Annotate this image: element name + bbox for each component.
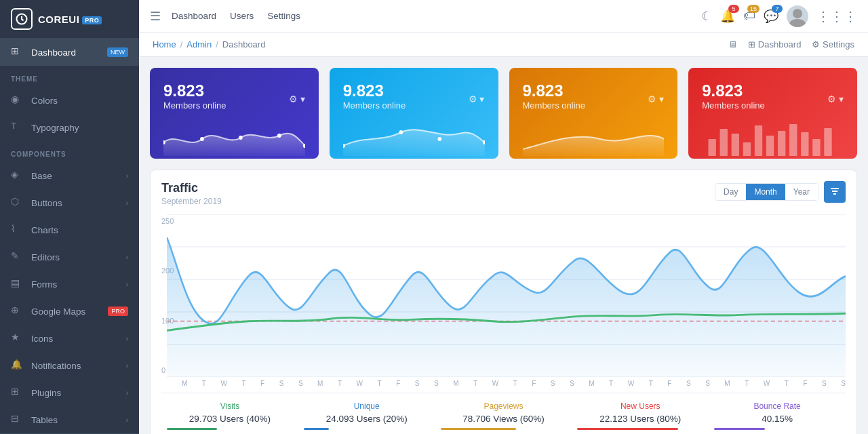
editors-chevron: ›: [126, 254, 128, 261]
stat-card-4-gear[interactable]: ⚙ ▾: [827, 94, 844, 104]
icons-chevron: ›: [126, 335, 128, 342]
svg-point-4: [200, 137, 204, 141]
sidebar-base-label: Base: [31, 171, 52, 181]
header-actions: ☾ 🔔 5 🏷 15 💬 7 ⋮⋮⋮: [701, 5, 857, 27]
monitor-icon: 🖥: [728, 39, 737, 50]
x-label: M: [589, 380, 594, 387]
user-avatar[interactable]: [787, 5, 808, 27]
notifications-chevron: ›: [126, 362, 128, 370]
sidebar-item-notifications[interactable]: 🔔 Notifications ›: [0, 352, 139, 379]
visits-bar: [167, 428, 217, 430]
period-day-button[interactable]: Day: [715, 184, 746, 200]
x-label: W: [357, 380, 363, 387]
buttons-chevron: ›: [126, 199, 128, 207]
sidebar-notifications-label: Notifications: [31, 361, 81, 371]
period-year-button[interactable]: Year: [785, 184, 818, 200]
sidebar-item-base[interactable]: ◈ Base ›: [0, 162, 139, 189]
x-label: W: [764, 380, 770, 387]
header-nav-settings[interactable]: Settings: [267, 8, 300, 24]
svg-point-6: [277, 134, 281, 138]
svg-rect-21: [812, 139, 820, 156]
x-label: W: [220, 380, 226, 387]
x-label: M: [182, 380, 187, 387]
apps-grid-button[interactable]: ⋮⋮⋮: [816, 8, 857, 24]
x-axis-labels: M T W T F S S M T W T F S S M T W T F S: [182, 380, 846, 387]
stat-newusers: New Users 22.123 Users (80%): [572, 401, 709, 430]
stats-bar: Visits 29.703 Users (40%) Unique 24.093 …: [161, 393, 846, 430]
unique-value: 24.093 Users (20%): [304, 414, 430, 424]
stat-card-2-label: Members online: [343, 100, 406, 111]
svg-rect-19: [789, 124, 797, 156]
table-icon: ⊟: [11, 413, 24, 427]
traffic-header: Traffic September 2019 Day Month Year: [161, 181, 846, 206]
period-month-button[interactable]: Month: [746, 184, 785, 200]
x-label: S: [570, 380, 574, 387]
stat-card-2-gear[interactable]: ⚙ ▾: [469, 94, 485, 104]
moon-button[interactable]: ☾: [701, 9, 712, 24]
breadcrumb-current: Dashboard: [222, 39, 266, 50]
svg-point-1: [793, 9, 802, 18]
breadcrumb-settings-link[interactable]: ⚙ Settings: [812, 39, 854, 50]
sidebar-item-plugins[interactable]: ⊞ Plugins ›: [0, 379, 139, 406]
stat-card-2-chart: [343, 119, 485, 159]
stat-card-1-gear[interactable]: ⚙ ▾: [289, 94, 305, 104]
header-nav: Dashboard Users Settings: [172, 8, 300, 24]
sidebar-typography-label: Typography: [31, 123, 79, 133]
sidebar-item-buttons[interactable]: ⬡ Buttons ›: [0, 189, 139, 216]
breadcrumb-home[interactable]: Home: [153, 39, 176, 50]
stat-card-4: 9.823 Members online ⚙ ▾: [688, 68, 857, 159]
sidebar-item-googlemaps[interactable]: ⊕ Google Maps PRO: [0, 298, 139, 325]
pageviews-bar: [441, 428, 516, 430]
stat-card-3-value: 9.823: [523, 81, 586, 100]
breadcrumb-sep1: /: [180, 39, 183, 50]
brand-name: COREUIPRO: [38, 14, 102, 25]
visits-label: Visits: [167, 401, 293, 411]
header: ☰ Dashboard Users Settings ☾ 🔔 5 🏷 15 💬 …: [139, 0, 868, 33]
sidebar-item-forms[interactable]: ▤ Forms ›: [0, 271, 139, 298]
theme-section-label: THEME: [0, 66, 139, 87]
sidebar-item-tables[interactable]: ⊟ Tables ›: [0, 406, 139, 433]
sidebar-item-dashboard[interactable]: ⊞ Dashboard NEW: [0, 39, 139, 66]
x-label: S: [705, 380, 710, 387]
map-icon: ⊕: [11, 304, 24, 318]
stat-card-2: 9.823 Members online ⚙ ▾: [330, 68, 498, 159]
menu-toggle-button[interactable]: ☰: [150, 9, 161, 24]
x-label: T: [785, 380, 789, 387]
breadcrumb-admin[interactable]: Admin: [186, 39, 212, 50]
plugin-icon: ⊞: [11, 386, 24, 399]
period-btn-group: Day Month Year: [715, 183, 818, 201]
x-label: M: [453, 380, 458, 387]
chat-button[interactable]: 💬 7: [764, 9, 778, 24]
x-label: T: [609, 380, 613, 387]
breadcrumb: Home / Admin / Dashboard: [153, 39, 265, 50]
tags-badge: 15: [747, 5, 760, 13]
stat-card-4-value: 9.823: [702, 81, 765, 100]
stat-card-3-gear[interactable]: ⚙ ▾: [648, 94, 664, 104]
googlemaps-pro-badge: PRO: [108, 307, 128, 316]
traffic-action-button[interactable]: [824, 181, 846, 203]
sidebar-item-charts[interactable]: ⌇ Charts: [0, 216, 139, 243]
sidebar-item-editors[interactable]: ✎ Editors ›: [0, 243, 139, 271]
traffic-title: Traffic: [161, 181, 222, 195]
stat-card-4-chart: [702, 119, 844, 159]
buttons-icon: ⬡: [11, 196, 24, 210]
svg-rect-17: [766, 136, 774, 156]
header-nav-users[interactable]: Users: [230, 8, 254, 24]
header-nav-dashboard[interactable]: Dashboard: [172, 8, 216, 24]
svg-point-2: [789, 19, 806, 27]
sidebar-item-icons[interactable]: ★ Icons ›: [0, 325, 139, 352]
base-icon: ◈: [11, 169, 24, 182]
traffic-chart-svg: [167, 214, 846, 377]
breadcrumb-dashboard-link[interactable]: ⊞ Dashboard: [748, 39, 801, 50]
dashboard-icon: ⊞: [11, 45, 24, 59]
sidebar-plugins-label: Plugins: [31, 388, 61, 398]
notifications-button[interactable]: 🔔 5: [720, 9, 735, 24]
chat-badge: 7: [772, 5, 783, 13]
stat-unique: Unique 24.093 Users (20%): [298, 401, 435, 430]
notifications-badge: 5: [728, 5, 739, 13]
sidebar-item-colors[interactable]: ◉ Colors: [0, 87, 139, 114]
x-label: F: [532, 380, 536, 387]
sidebar-item-typography[interactable]: T Typography: [0, 114, 139, 141]
unique-bar: [304, 428, 329, 430]
tags-button[interactable]: 🏷 15: [743, 9, 755, 23]
